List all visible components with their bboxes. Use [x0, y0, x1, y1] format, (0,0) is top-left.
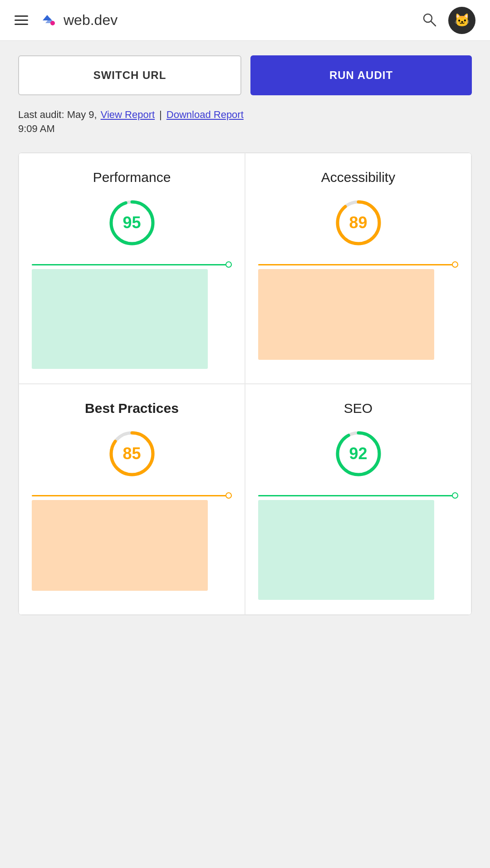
search-icon[interactable] [421, 11, 437, 29]
score-cell-performance: Performance 95 [19, 153, 245, 384]
chart-bar-seo [258, 500, 434, 600]
header: web.dev 🐱 [0, 0, 490, 41]
chart-line-seo [258, 495, 458, 496]
svg-point-2 [50, 21, 55, 25]
audit-links: View Report | Download Report [101, 108, 244, 121]
logo[interactable]: web.dev [39, 10, 118, 30]
chart-line-performance [32, 264, 232, 265]
avatar[interactable]: 🐱 [448, 7, 475, 34]
chart-bar-best-practices [32, 500, 208, 591]
hamburger-menu-icon[interactable] [15, 15, 28, 25]
chart-area-accessibility [258, 264, 458, 360]
chart-dot-seo [452, 492, 458, 499]
score-circle-best-practices: 85 [107, 429, 157, 479]
chart-area-best-practices [32, 495, 232, 591]
score-title-seo: SEO [344, 401, 372, 416]
score-circle-performance: 95 [107, 198, 157, 248]
score-value-seo: 92 [349, 444, 367, 463]
chart-line-best-practices [32, 495, 232, 496]
audit-info: Last audit: May 9, 9:09 AM View Report |… [18, 108, 472, 136]
score-value-accessibility: 89 [349, 213, 367, 232]
audit-timestamp: Last audit: May 9, 9:09 AM [18, 108, 97, 136]
score-cell-accessibility: Accessibility 89 [245, 153, 471, 384]
score-title-performance: Performance [93, 170, 171, 185]
chart-area-seo [258, 495, 458, 600]
score-title-best-practices: Best Practices [85, 401, 179, 416]
chart-line-accessibility [258, 264, 458, 265]
audit-separator: | [159, 109, 162, 121]
switch-url-button[interactable]: SWITCH URL [18, 55, 241, 95]
score-circle-accessibility: 89 [333, 198, 383, 248]
logo-text: web.dev [64, 12, 118, 29]
main-content: SWITCH URL RUN AUDIT Last audit: May 9, … [0, 41, 490, 630]
svg-line-4 [431, 21, 436, 26]
run-audit-button[interactable]: RUN AUDIT [250, 55, 472, 95]
chart-dot-performance [225, 261, 232, 268]
score-title-accessibility: Accessibility [321, 170, 395, 185]
chart-bar-accessibility [258, 269, 434, 360]
header-left: web.dev [15, 10, 118, 30]
view-report-link[interactable]: View Report [101, 109, 155, 121]
score-circle-seo: 92 [333, 429, 383, 479]
chart-bar-performance [32, 269, 208, 369]
score-cell-best-practices: Best Practices 85 [19, 384, 245, 615]
score-value-performance: 95 [122, 213, 141, 232]
scores-grid: Performance 95 Accessibility [18, 152, 472, 615]
action-buttons: SWITCH URL RUN AUDIT [18, 55, 472, 95]
logo-icon [39, 10, 59, 30]
score-cell-seo: SEO 92 [245, 384, 471, 615]
header-right: 🐱 [421, 7, 475, 34]
download-report-link[interactable]: Download Report [167, 109, 244, 121]
chart-dot-accessibility [452, 261, 458, 268]
chart-dot-best-practices [225, 492, 232, 499]
chart-area-performance [32, 264, 232, 369]
score-value-best-practices: 85 [122, 444, 141, 463]
